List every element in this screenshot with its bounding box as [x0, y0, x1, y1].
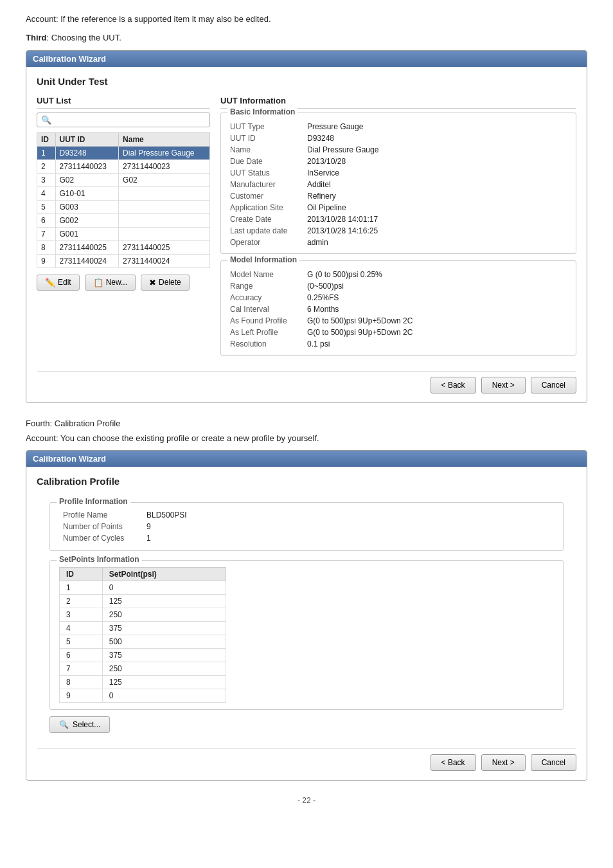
info-row: Operator admin — [227, 237, 569, 248]
cell-uutid: G10-01 — [55, 186, 119, 200]
uut-table: ID UUT ID Name 1 D93248 Dial Pressure Ga… — [37, 132, 210, 268]
edit-button[interactable]: ✏️ Edit — [37, 275, 80, 291]
model-info-section: Model Information Model Name G (0 to 500… — [220, 260, 576, 356]
cell-name: G02 — [119, 173, 210, 186]
info-row: UUT Status InService — [227, 167, 569, 179]
info-row: Application Site Oil Pipeline — [227, 202, 569, 213]
cell-uutid: 27311440024 — [55, 254, 119, 267]
info-value: InService — [305, 167, 569, 179]
next-button-2[interactable]: Next > — [481, 754, 526, 771]
calibration-wizard-2: Calibration Wizard Calibration Profile P… — [26, 450, 587, 781]
cell-uutid: 27311440023 — [55, 159, 119, 173]
cell-uutid: G001 — [55, 227, 119, 240]
search-box[interactable]: 🔍 — [37, 113, 210, 127]
new-label: New... — [106, 278, 127, 287]
model-info-row: As Left Profile G(0 to 500)psi 9Up+5Down… — [227, 327, 569, 338]
cell-id: 4 — [37, 186, 56, 200]
cell-name — [119, 200, 210, 213]
info-value: admin — [305, 237, 569, 248]
info-label: UUT Type — [227, 121, 305, 132]
model-info-value: 0.1 psi — [305, 338, 569, 350]
info-row: Due Date 2013/10/28 — [227, 156, 569, 167]
model-info-label: Resolution — [227, 338, 305, 350]
table-row[interactable]: 5 G003 — [37, 200, 210, 213]
cell-name — [119, 213, 210, 227]
table-row[interactable]: 8 27311440025 27311440025 — [37, 240, 210, 254]
table-row[interactable]: 9 27311440024 27311440024 — [37, 254, 210, 267]
select-icon: 🔍 — [59, 720, 69, 729]
back-button-1[interactable]: < Back — [431, 377, 476, 393]
info-label: Create Date — [227, 213, 305, 225]
back-button-2[interactable]: < Back — [431, 754, 476, 771]
info-value: Additel — [305, 179, 569, 190]
nav-buttons-2: < Back Next > Cancel — [37, 748, 576, 771]
sp-id: 9 — [60, 689, 103, 703]
info-row: Customer Refinery — [227, 190, 569, 202]
table-row[interactable]: 1 D93248 Dial Pressure Gauge — [37, 146, 210, 159]
table-row[interactable]: 7 G001 — [37, 227, 210, 240]
next-button-1[interactable]: Next > — [481, 377, 526, 393]
search-input[interactable] — [51, 115, 206, 125]
table-row[interactable]: 4 G10-01 — [37, 186, 210, 200]
delete-label: Delete — [159, 278, 181, 287]
delete-button[interactable]: ✖ Delete — [141, 275, 190, 291]
info-row: Name Dial Pressure Gauge — [227, 144, 569, 156]
edit-icon: ✏️ — [45, 278, 55, 287]
sp-value: 375 — [102, 649, 226, 662]
model-info-row: As Found Profile G(0 to 500)psi 9Up+5Dow… — [227, 315, 569, 327]
table-row[interactable]: 6 G002 — [37, 213, 210, 227]
delete-icon: ✖ — [149, 278, 156, 287]
model-info-row: Resolution 0.1 psi — [227, 338, 569, 350]
table-row[interactable]: 2 27311440023 27311440023 — [37, 159, 210, 173]
model-info-row: Model Name G (0 to 500)psi 0.25% — [227, 269, 569, 280]
info-label: UUT Status — [227, 167, 305, 179]
info-value: 2013/10/28 14:01:17 — [305, 213, 569, 225]
info-label: Customer — [227, 190, 305, 202]
sp-id: 7 — [60, 662, 103, 676]
sp-value: 0 — [102, 581, 226, 595]
intro-line1: Account: If the reference is a supported… — [26, 13, 587, 26]
info-label: Last update date — [227, 225, 305, 237]
model-info-label: Cal Interval — [227, 303, 305, 315]
model-info-row: Accuracy 0.25%FS — [227, 292, 569, 303]
cell-uutid: 27311440025 — [55, 240, 119, 254]
calibration-wizard-1: Calibration Wizard Unit Under Test UUT L… — [26, 50, 587, 403]
info-value: 2013/10/28 — [305, 156, 569, 167]
sp-value: 0 — [102, 689, 226, 703]
cancel-button-2[interactable]: Cancel — [531, 754, 576, 771]
sp-value: 375 — [102, 622, 226, 635]
sp-value: 500 — [102, 635, 226, 649]
setpoint-row: 9 0 — [60, 689, 226, 703]
cell-id: 1 — [37, 146, 56, 159]
sp-id: 2 — [60, 595, 103, 608]
num-points-value: 9 — [143, 521, 554, 532]
info-value: Refinery — [305, 190, 569, 202]
setpoint-row: 4 375 — [60, 622, 226, 635]
setpoint-row: 1 0 — [60, 581, 226, 595]
col-uutid: UUT ID — [55, 132, 119, 146]
cell-uutid: G02 — [55, 173, 119, 186]
profile-info-section: Profile Information Profile Name BLD500P… — [49, 502, 564, 551]
profile-name-label: Profile Name — [59, 509, 143, 521]
fourth-text: : Calibration Profile — [50, 419, 121, 428]
model-info-label: Model Name — [227, 269, 305, 280]
sp-id: 4 — [60, 622, 103, 635]
sp-col-id: ID — [60, 568, 103, 581]
table-row[interactable]: 3 G02 G02 — [37, 173, 210, 186]
sp-value: 125 — [102, 676, 226, 689]
setpoint-row: 2 125 — [60, 595, 226, 608]
setpoint-row: 5 500 — [60, 635, 226, 649]
model-info-row: Range (0~500)psi — [227, 280, 569, 292]
cell-uutid: D93248 — [55, 146, 119, 159]
info-value: Pressure Gauge — [305, 121, 569, 132]
select-button[interactable]: 🔍 Select... — [49, 716, 110, 733]
setpoint-row: 7 250 — [60, 662, 226, 676]
cancel-button-1[interactable]: Cancel — [531, 377, 576, 393]
search-icon: 🔍 — [41, 115, 51, 125]
info-label: Manufacturer — [227, 179, 305, 190]
cell-name: 27311440024 — [119, 254, 210, 267]
account-line2: Account: You can choose the existing pro… — [26, 432, 587, 446]
uut-toolbar: ✏️ Edit 📋 New... ✖ Delete — [37, 275, 210, 291]
model-info-value: G (0 to 500)psi 0.25% — [305, 269, 569, 280]
new-button[interactable]: 📋 New... — [85, 275, 136, 291]
